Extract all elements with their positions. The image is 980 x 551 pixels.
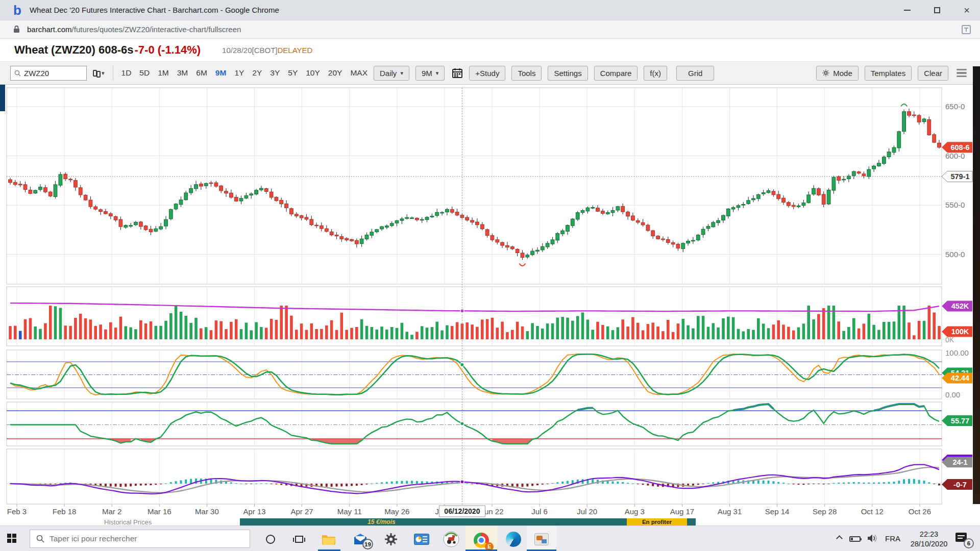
svg-text:650-0: 650-0	[945, 102, 965, 111]
svg-text:0.00: 0.00	[945, 390, 960, 399]
instrument-title: Wheat (ZWZ20) 608-6s	[14, 43, 134, 57]
battery-icon[interactable]	[849, 536, 861, 542]
quote-header: Wheat (ZWZ20) 608-6s-7-0 (-1.14%) 10/28/…	[0, 39, 980, 61]
axis-badge: 452K	[942, 301, 972, 312]
historical-prices-link[interactable]: Historical Prices	[104, 518, 152, 525]
task-view-button[interactable]	[290, 530, 308, 548]
templates-button[interactable]: Templates	[865, 66, 912, 81]
interactive-chart[interactable]: 650-0600-0550-0500-00K100.000.00608-6579…	[0, 85, 980, 518]
compare-symbols-icon[interactable]: ▾	[93, 68, 105, 78]
notification-badge: 6	[964, 538, 974, 548]
search-icon	[14, 70, 21, 77]
svg-text:Aug 17: Aug 17	[670, 507, 695, 516]
svg-text:Oct 12: Oct 12	[861, 507, 884, 516]
file-explorer-icon[interactable]	[320, 530, 338, 548]
range-9m[interactable]: 9M	[215, 68, 227, 78]
language-indicator[interactable]: FRA	[885, 534, 900, 543]
svg-text:452K: 452K	[951, 302, 969, 310]
svg-text:Mar 2: Mar 2	[102, 507, 121, 516]
range-20y[interactable]: 20Y	[328, 68, 342, 78]
svg-text:42.44: 42.44	[951, 374, 969, 382]
clock-date: 28/10/2020	[904, 539, 953, 549]
calendar-icon[interactable]	[452, 67, 463, 79]
search-icon	[36, 535, 44, 543]
svg-text:Jul 20: Jul 20	[577, 507, 597, 516]
svg-text:-0-7: -0-7	[953, 481, 967, 489]
maximize-button[interactable]	[934, 7, 940, 13]
range-6m[interactable]: 6M	[196, 68, 207, 78]
clear-button[interactable]: Clear	[918, 66, 948, 81]
range-3y[interactable]: 3Y	[270, 68, 280, 78]
close-button[interactable]: ×	[964, 5, 970, 15]
svg-text:579-1: 579-1	[950, 172, 969, 181]
axis-badge: 55.77	[942, 415, 972, 426]
minimize-button[interactable]	[904, 10, 911, 11]
tractor-app-icon[interactable]	[442, 530, 460, 548]
address-bar[interactable]: barchart.com/futures/quotes/ZWZ20/intera…	[0, 20, 980, 39]
range-1y[interactable]: 1Y	[234, 68, 244, 78]
range-10y[interactable]: 10Y	[306, 68, 320, 78]
translate-icon[interactable]	[962, 25, 971, 34]
barchart-favicon: b	[13, 4, 21, 17]
url-path: /futures/quotes/ZWZ20/interactive-chart/…	[72, 25, 241, 34]
ad-cta-button[interactable]: En profiter	[627, 518, 687, 525]
taskbar-search[interactable]	[30, 530, 250, 548]
range-1d[interactable]: 1D	[121, 68, 132, 78]
mail-unread-badge: 19	[362, 539, 373, 549]
mode-button[interactable]: Mode	[816, 66, 859, 81]
compare-button[interactable]: Compare	[594, 66, 638, 81]
svg-text:55.77: 55.77	[951, 417, 969, 425]
toolbar-right: Mode Templates Clear	[810, 66, 967, 81]
chrome-icon[interactable]: E	[472, 531, 491, 549]
svg-text:06/12/2020: 06/12/2020	[444, 507, 480, 515]
svg-text:Aug 31: Aug 31	[718, 507, 742, 516]
window-titlebar[interactable]: b Wheat Dec '20 Futures Interactive Char…	[0, 0, 980, 20]
svg-text:Apr 27: Apr 27	[290, 507, 313, 516]
edge-icon[interactable]	[504, 530, 523, 548]
symbol-search-input[interactable]	[24, 69, 78, 78]
frequency-dropdown[interactable]: Daily▾	[374, 66, 409, 81]
dark-page-edge	[973, 66, 980, 504]
presentation-app-icon[interactable]	[412, 530, 431, 548]
range-3m[interactable]: 3M	[177, 68, 188, 78]
range-2y[interactable]: 2Y	[252, 68, 262, 78]
start-button[interactable]	[7, 534, 17, 543]
windows-taskbar: 19 E FRA 22:2328/10/2020 6	[0, 525, 980, 551]
paint-app-icon[interactable]	[532, 530, 551, 548]
toolbar-divider	[113, 65, 113, 81]
url-text[interactable]: barchart.com/futures/quotes/ZWZ20/intera…	[27, 25, 241, 34]
ad-price-text: 15 €/mois	[368, 518, 396, 525]
delayed-badge: DELAYED	[278, 46, 313, 55]
chart-toolbar: ▾ 1D 5D 1M 3M 6M 9M 1Y 2Y 3Y 5Y 10Y 20Y …	[0, 61, 980, 85]
function-button[interactable]: f(x)	[644, 66, 667, 81]
chart-canvas[interactable]: 650-0600-0550-0500-00K100.000.00608-6579…	[0, 85, 980, 518]
ad-banner[interactable]: 15 €/mois En profiter	[240, 518, 696, 525]
range-5y[interactable]: 5Y	[288, 68, 298, 78]
page-below-chart: Historical Prices 15 €/mois En profiter	[0, 518, 980, 525]
settings-icon[interactable]	[382, 530, 400, 548]
tools-button[interactable]: Tools	[511, 66, 542, 81]
url-domain: barchart.com	[27, 25, 72, 34]
range-5d[interactable]: 5D	[139, 68, 150, 78]
svg-text:500-0: 500-0	[945, 250, 965, 259]
axis-badge: -0-7	[942, 479, 972, 490]
svg-text:Feb 3: Feb 3	[7, 507, 27, 516]
range-selector: 1D 5D 1M 3M 6M 9M 1Y 2Y 3Y 5Y 10Y 20Y MA…	[121, 68, 368, 78]
menu-icon[interactable]	[957, 69, 967, 78]
symbol-search[interactable]	[10, 66, 87, 81]
svg-text:Aug 3: Aug 3	[625, 507, 645, 516]
add-study-button[interactable]: +Study	[469, 66, 505, 81]
range-dropdown[interactable]: 9M▾	[415, 66, 445, 81]
cortana-button[interactable]	[261, 530, 280, 548]
svg-text:Jul 6: Jul 6	[531, 507, 548, 516]
settings-button[interactable]: Settings	[548, 66, 587, 81]
range-max[interactable]: MAX	[350, 68, 368, 78]
taskbar-search-input[interactable]	[50, 534, 233, 543]
volume-icon[interactable]	[867, 533, 878, 543]
taskbar-clock[interactable]: 22:2328/10/2020	[904, 530, 953, 549]
session-date: 10/28/20	[222, 46, 252, 55]
tray-expand-icon[interactable]	[836, 535, 843, 542]
grid-button[interactable]: Grid	[676, 66, 714, 81]
range-1m[interactable]: 1M	[158, 68, 169, 78]
svg-text:100.00: 100.00	[945, 348, 969, 357]
